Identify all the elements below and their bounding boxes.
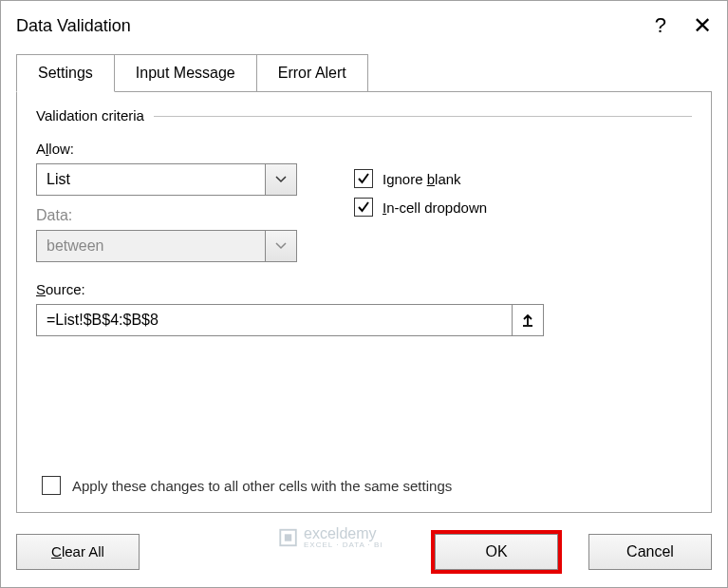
criteria-right-col: Ignore blank In-cell dropdown bbox=[354, 141, 692, 274]
ok-button[interactable]: OK bbox=[435, 534, 558, 570]
data-input bbox=[36, 230, 265, 262]
source-range-button[interactable] bbox=[512, 304, 544, 336]
watermark-icon bbox=[277, 527, 298, 548]
chevron-down-icon bbox=[275, 176, 287, 183]
incell-dropdown-checkbox[interactable] bbox=[354, 198, 373, 217]
tab-input-message[interactable]: Input Message bbox=[114, 54, 257, 92]
ignore-blank-checkbox[interactable] bbox=[354, 169, 373, 188]
apply-changes-checkbox[interactable] bbox=[42, 476, 61, 495]
clear-all-button[interactable]: Clear All bbox=[16, 534, 140, 570]
apply-changes-label: Apply these changes to all other cells w… bbox=[72, 478, 452, 494]
cancel-button[interactable]: Cancel bbox=[588, 534, 712, 570]
button-row: Clear All exceldemy EXCEL · DATA · BI OK… bbox=[16, 530, 712, 574]
apply-changes-row[interactable]: Apply these changes to all other cells w… bbox=[42, 476, 452, 495]
watermark-sub: EXCEL · DATA · BI bbox=[304, 541, 383, 549]
watermark-brand: exceldemy bbox=[304, 525, 376, 541]
source-input-wrap bbox=[36, 304, 544, 336]
data-validation-dialog: Data Validation ? ✕ Settings Input Messa… bbox=[0, 0, 728, 588]
dialog-title: Data Validation bbox=[16, 16, 131, 36]
incell-dropdown-row[interactable]: In-cell dropdown bbox=[354, 198, 692, 217]
chevron-down-icon bbox=[275, 242, 287, 250]
ok-button-highlight: OK bbox=[431, 530, 562, 574]
source-input[interactable] bbox=[36, 304, 512, 336]
check-icon bbox=[357, 172, 370, 185]
svg-rect-2 bbox=[284, 534, 290, 541]
allow-input[interactable] bbox=[36, 163, 265, 196]
tabs: Settings Input Message Error Alert bbox=[16, 54, 727, 92]
ignore-blank-row[interactable]: Ignore blank bbox=[354, 169, 692, 188]
allow-label: Allow: bbox=[36, 141, 316, 158]
legend-text: Validation criteria bbox=[36, 107, 144, 123]
data-dropdown-button bbox=[265, 230, 297, 262]
collapse-dialog-icon bbox=[521, 313, 534, 327]
data-combo bbox=[36, 230, 297, 262]
window-controls: ? ✕ bbox=[655, 12, 712, 39]
legend-divider bbox=[154, 116, 692, 117]
tab-settings[interactable]: Settings bbox=[16, 54, 115, 92]
criteria-row: Allow: Data: bbox=[36, 141, 692, 274]
criteria-left-col: Allow: Data: bbox=[36, 141, 316, 274]
titlebar: Data Validation ? ✕ bbox=[1, 1, 727, 47]
validation-criteria-legend: Validation criteria bbox=[36, 107, 692, 123]
incell-dropdown-label: In-cell dropdown bbox=[383, 199, 487, 216]
check-icon bbox=[357, 200, 370, 214]
settings-panel: Validation criteria Allow: Data: bbox=[16, 91, 712, 513]
svg-rect-1 bbox=[280, 529, 296, 545]
ignore-blank-label: Ignore blank bbox=[383, 171, 461, 187]
allow-dropdown-button[interactable] bbox=[265, 163, 297, 196]
data-label: Data: bbox=[36, 207, 316, 224]
source-row: Source: bbox=[36, 281, 692, 336]
close-button[interactable]: ✕ bbox=[693, 12, 712, 39]
tab-error-alert[interactable]: Error Alert bbox=[256, 54, 368, 92]
source-label: Source: bbox=[36, 281, 692, 298]
allow-combo[interactable] bbox=[36, 163, 297, 196]
watermark: exceldemy EXCEL · DATA · BI bbox=[277, 525, 383, 549]
help-button[interactable]: ? bbox=[655, 13, 666, 38]
